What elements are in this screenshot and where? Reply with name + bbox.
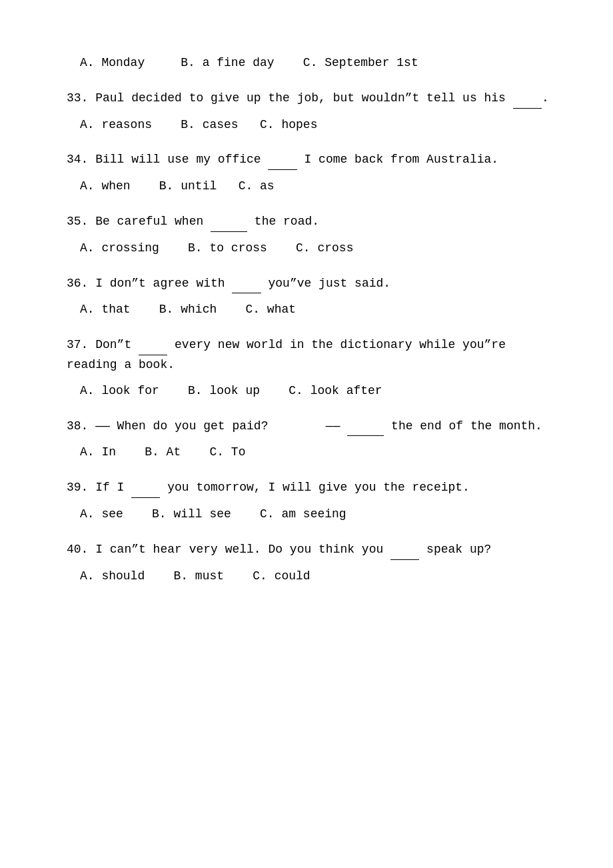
question-35: 35. Be careful when the road. A. crossin… <box>67 212 560 258</box>
options-37: A. look for B. look up C. look after <box>80 381 560 401</box>
blank-39 <box>131 478 160 498</box>
options-36: A. that B. which C. what <box>80 300 560 319</box>
question-35-text: 35. Be careful when the road. <box>67 212 560 232</box>
question-34: 34. Bill will use my office I come back … <box>67 150 560 196</box>
options-40: A. should B. must C. could <box>80 567 560 586</box>
question-39: 39. If I you tomorrow, I will give you t… <box>67 478 560 524</box>
blank-40 <box>390 540 419 560</box>
option-text: A. Monday B. a fine day C. September 1st <box>80 56 418 69</box>
question-36-text: 36. I don”t agree with you”ve just said. <box>67 274 560 294</box>
options-33: A. reasons B. cases C. hopes <box>80 115 560 135</box>
blank-34 <box>268 150 297 170</box>
question-37: 37. Don”t every new world in the diction… <box>67 335 560 400</box>
options-34: A. when B. until C. as <box>80 177 560 196</box>
question-40-text: 40. I can”t hear very well. Do you think… <box>67 540 560 560</box>
question-40: 40. I can”t hear very well. Do you think… <box>67 540 560 586</box>
blank-35 <box>211 212 247 232</box>
options-35: A. crossing B. to cross C. cross <box>80 239 560 258</box>
question-32-options: A. Monday B. a fine day C. September 1st <box>67 53 560 73</box>
question-33: 33. Paul decided to give up the job, but… <box>67 89 560 135</box>
blank-33 <box>513 89 542 109</box>
question-33-text: 33. Paul decided to give up the job, but… <box>67 89 560 109</box>
question-38: 38. —— When do you get paid? —— the end … <box>67 417 560 463</box>
exam-content: A. Monday B. a fine day C. September 1st… <box>67 53 560 585</box>
blank-37 <box>139 335 167 355</box>
options-38: A. In B. At C. To <box>80 443 560 462</box>
blank-36 <box>232 274 261 294</box>
options-32: A. Monday B. a fine day C. September 1st <box>80 53 560 73</box>
question-37-text: 37. Don”t every new world in the diction… <box>67 335 560 375</box>
question-38-text: 38. —— When do you get paid? —— the end … <box>67 417 560 437</box>
question-36: 36. I don”t agree with you”ve just said.… <box>67 274 560 320</box>
options-39: A. see B. will see C. am seeing <box>80 505 560 524</box>
blank-38 <box>347 417 384 437</box>
question-39-text: 39. If I you tomorrow, I will give you t… <box>67 478 560 498</box>
question-34-text: 34. Bill will use my office I come back … <box>67 150 560 170</box>
